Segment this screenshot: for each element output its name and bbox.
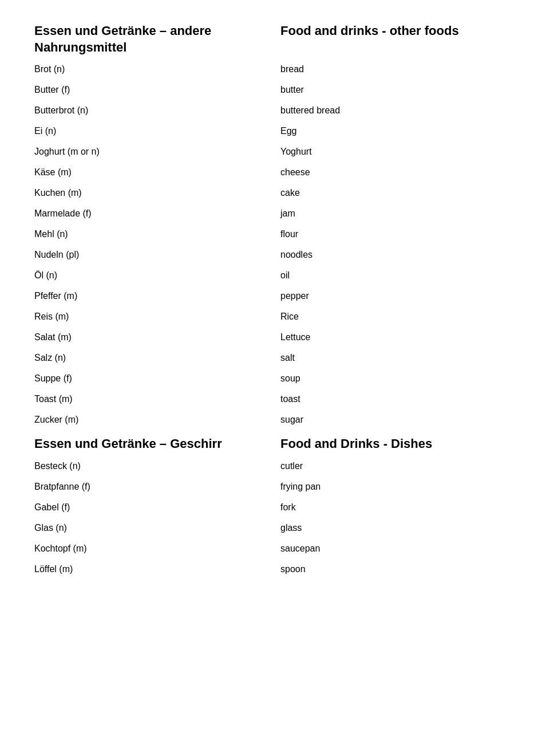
section-header-dishes: Essen und Getränke – GeschirrFood and Dr… (23, 430, 515, 456)
german-word-other-foods-14: Salz (n) (23, 348, 269, 368)
english-word-other-foods-10: oil (269, 265, 515, 286)
vocab-row-other-foods-16: Toast (m)toast (23, 389, 515, 410)
english-word-other-foods-1: butter (269, 80, 515, 100)
english-word-other-foods-5: cheese (269, 162, 515, 183)
vocab-row-other-foods-6: Kuchen (m)cake (23, 183, 515, 203)
section-german-heading-other-foods: Essen und Getränke – andere Nahrungsmitt… (23, 17, 269, 59)
vocab-row-other-foods-9: Nudeln (pl)noodles (23, 245, 515, 265)
vocab-row-other-foods-13: Salat (m)Lettuce (23, 327, 515, 348)
german-word-dishes-4: Kochtopf (m) (23, 538, 269, 559)
german-word-other-foods-2: Butterbrot (n) (23, 100, 269, 121)
english-word-other-foods-13: Lettuce (269, 327, 515, 348)
english-word-other-foods-15: soup (269, 368, 515, 389)
german-word-other-foods-4: Joghurt (m or n) (23, 141, 269, 162)
section-header-other-foods: Essen und Getränke – andere Nahrungsmitt… (23, 17, 515, 59)
vocab-row-dishes-3: Glas (n)glass (23, 518, 515, 538)
english-word-other-foods-3: Egg (269, 121, 515, 141)
german-word-other-foods-1: Butter (f) (23, 80, 269, 100)
english-word-other-foods-16: toast (269, 389, 515, 410)
german-word-other-foods-13: Salat (m) (23, 327, 269, 348)
german-word-other-foods-5: Käse (m) (23, 162, 269, 183)
german-word-other-foods-7: Marmelade (f) (23, 203, 269, 224)
english-word-dishes-5: spoon (269, 559, 515, 580)
german-word-other-foods-3: Ei (n) (23, 121, 269, 141)
german-word-other-foods-17: Zucker (m) (23, 410, 269, 430)
german-word-dishes-1: Bratpfanne (f) (23, 477, 269, 497)
vocab-row-dishes-5: Löffel (m)spoon (23, 559, 515, 580)
section-english-heading-other-foods: Food and drinks - other foods (269, 17, 515, 59)
german-word-other-foods-10: Öl (n) (23, 265, 269, 286)
vocab-row-other-foods-4: Joghurt (m or n)Yoghurt (23, 141, 515, 162)
vocab-row-other-foods-3: Ei (n)Egg (23, 121, 515, 141)
vocab-row-other-foods-11: Pfeffer (m)pepper (23, 286, 515, 306)
vocab-row-other-foods-8: Mehl (n)flour (23, 224, 515, 245)
english-word-other-foods-0: bread (269, 59, 515, 80)
english-word-other-foods-8: flour (269, 224, 515, 245)
vocab-row-other-foods-1: Butter (f)butter (23, 80, 515, 100)
german-word-other-foods-11: Pfeffer (m) (23, 286, 269, 306)
german-word-dishes-2: Gabel (f) (23, 497, 269, 518)
english-word-dishes-0: cutler (269, 456, 515, 477)
vocab-row-dishes-2: Gabel (f)fork (23, 497, 515, 518)
german-word-other-foods-15: Suppe (f) (23, 368, 269, 389)
german-word-other-foods-9: Nudeln (pl) (23, 245, 269, 265)
german-word-other-foods-8: Mehl (n) (23, 224, 269, 245)
german-word-other-foods-16: Toast (m) (23, 389, 269, 410)
english-word-other-foods-2: buttered bread (269, 100, 515, 121)
vocab-row-other-foods-7: Marmelade (f)jam (23, 203, 515, 224)
english-word-other-foods-4: Yoghurt (269, 141, 515, 162)
german-word-other-foods-6: Kuchen (m) (23, 183, 269, 203)
german-word-dishes-3: Glas (n) (23, 518, 269, 538)
english-word-other-foods-6: cake (269, 183, 515, 203)
vocab-row-other-foods-5: Käse (m)cheese (23, 162, 515, 183)
english-word-other-foods-14: salt (269, 348, 515, 368)
section-english-heading-dishes: Food and Drinks - Dishes (269, 430, 515, 456)
vocab-row-other-foods-10: Öl (n)oil (23, 265, 515, 286)
german-word-dishes-0: Besteck (n) (23, 456, 269, 477)
english-word-dishes-4: saucepan (269, 538, 515, 559)
vocab-row-other-foods-12: Reis (m)Rice (23, 306, 515, 327)
german-word-other-foods-12: Reis (m) (23, 306, 269, 327)
vocab-row-dishes-0: Besteck (n)cutler (23, 456, 515, 477)
english-word-dishes-1: frying pan (269, 477, 515, 497)
german-word-other-foods-0: Brot (n) (23, 59, 269, 80)
vocab-row-other-foods-2: Butterbrot (n)buttered bread (23, 100, 515, 121)
vocab-row-other-foods-15: Suppe (f)soup (23, 368, 515, 389)
vocab-row-other-foods-0: Brot (n)bread (23, 59, 515, 80)
english-word-dishes-3: glass (269, 518, 515, 538)
english-word-other-foods-9: noodles (269, 245, 515, 265)
vocabulary-table: Essen und Getränke – andere Nahrungsmitt… (23, 17, 515, 580)
english-word-other-foods-12: Rice (269, 306, 515, 327)
vocab-row-dishes-1: Bratpfanne (f)frying pan (23, 477, 515, 497)
german-word-dishes-5: Löffel (m) (23, 559, 269, 580)
english-word-other-foods-11: pepper (269, 286, 515, 306)
english-word-other-foods-17: sugar (269, 410, 515, 430)
section-german-heading-dishes: Essen und Getränke – Geschirr (23, 430, 269, 456)
vocab-row-other-foods-14: Salz (n)salt (23, 348, 515, 368)
vocab-row-other-foods-17: Zucker (m)sugar (23, 410, 515, 430)
english-word-dishes-2: fork (269, 497, 515, 518)
english-word-other-foods-7: jam (269, 203, 515, 224)
vocab-row-dishes-4: Kochtopf (m)saucepan (23, 538, 515, 559)
